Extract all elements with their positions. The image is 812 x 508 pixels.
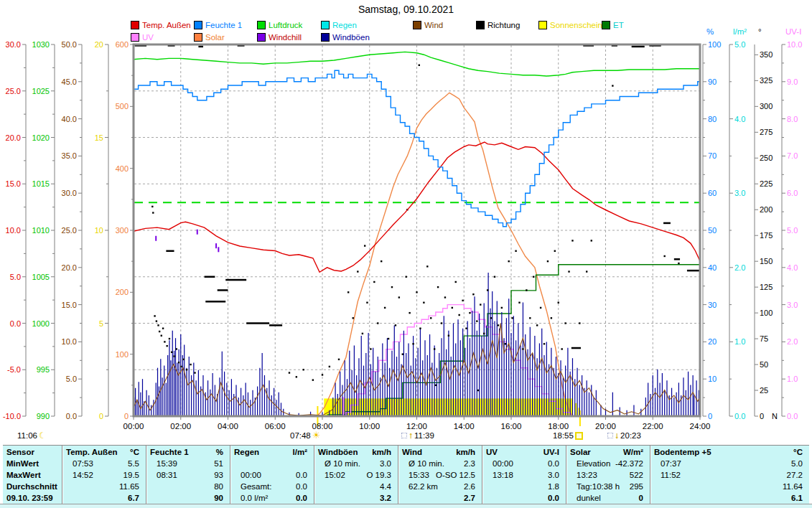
table-cell: 11:5227.2 xyxy=(650,469,809,481)
svg-text:1030: 1030 xyxy=(32,40,50,49)
cell-value: 3.0 xyxy=(548,471,559,479)
cell-label: 15:33 xyxy=(402,471,429,479)
svg-text:2.0: 2.0 xyxy=(734,263,745,272)
svg-text:2.0: 2.0 xyxy=(787,337,798,346)
cell-value: 11.65 xyxy=(119,482,139,491)
svg-text:50.0: 50.0 xyxy=(62,40,77,49)
table-cell: 13:23522 xyxy=(566,469,650,481)
table-cell: 00:000.0 xyxy=(482,458,566,469)
table-column-header: Regenl/m² xyxy=(230,446,314,458)
svg-text:325: 325 xyxy=(760,76,773,85)
svg-text:990: 990 xyxy=(37,412,50,420)
svg-text:5.0: 5.0 xyxy=(734,40,745,49)
table-cell: 14:5219.5 xyxy=(62,469,146,481)
table-column-header: SolarW/m² xyxy=(566,446,650,458)
svg-text:6.0: 6.0 xyxy=(787,189,798,197)
cell-value: 51 xyxy=(214,459,223,468)
cell-value: 27.2 xyxy=(787,471,803,479)
table-column-solar: SolarW/m²Elevation-42.37213:23522Tag:10:… xyxy=(566,446,650,504)
table-cell: 07:535.5 xyxy=(62,458,146,469)
table-cell: Gesamt:0.0 xyxy=(230,481,314,492)
table-row-label: MaxWert xyxy=(3,469,64,481)
cell-label: 07:37 xyxy=(654,459,681,468)
svg-text:75: 75 xyxy=(760,334,768,343)
svg-text:1.0: 1.0 xyxy=(734,337,745,346)
svg-text:9.0: 9.0 xyxy=(787,77,798,86)
table-cell: 80 xyxy=(146,481,230,492)
column-unit: % xyxy=(216,448,223,456)
column-name: Wind xyxy=(402,448,422,456)
cell-value: 19.5 xyxy=(123,471,139,479)
table-cell: Tag:10:38 h295 xyxy=(566,481,650,492)
svg-text:04:00: 04:00 xyxy=(218,422,238,431)
column-unit: km/h xyxy=(456,448,475,456)
cell-value: 2.7 xyxy=(464,494,475,502)
svg-text:100: 100 xyxy=(708,40,721,49)
cell-label: 08:31 xyxy=(150,471,177,479)
svg-text:5.0: 5.0 xyxy=(66,375,77,383)
cell-value: 522 xyxy=(630,471,643,479)
cell-value: 4.4 xyxy=(380,482,391,491)
svg-text:15.0: 15.0 xyxy=(62,301,77,309)
cell-value: 0.0 xyxy=(296,471,307,479)
table-cell: 15:33O-SO 12.5 xyxy=(398,469,482,481)
cell-label: 62.2 km xyxy=(402,482,438,491)
cell-value: 80 xyxy=(214,482,223,491)
cell-label: Tag:10:38 h xyxy=(570,482,620,491)
svg-text:1.0: 1.0 xyxy=(787,375,798,383)
cell-value: 0.0 xyxy=(296,494,307,502)
svg-text:500: 500 xyxy=(116,102,129,110)
table-column-uv: UVUV-I00:000.013:183.01.80.0 xyxy=(482,446,566,504)
svg-text:60: 60 xyxy=(708,189,717,197)
bottom-strip xyxy=(0,504,812,508)
table-column-regen: Regenl/m²00:000.0Gesamt:0.00.0 l/m²0.0 xyxy=(230,446,314,504)
svg-text:24:00: 24:00 xyxy=(690,422,711,431)
table-row-label: Durchschnitt xyxy=(3,481,64,492)
series-richtung-segmente xyxy=(135,45,700,348)
svg-text:4.0: 4.0 xyxy=(734,115,745,123)
svg-text:5.0: 5.0 xyxy=(10,273,21,281)
cell-value: 0.0 xyxy=(296,482,307,491)
svg-text:14:00: 14:00 xyxy=(454,422,475,431)
cell-value: 0 xyxy=(639,494,643,502)
column-name: Bodentemp +5 xyxy=(654,448,711,456)
table-column-header: Temp. Außen°C xyxy=(62,446,146,458)
table-cell: 62.2 km2.6 xyxy=(398,481,482,492)
table-cell xyxy=(230,458,314,469)
cell-value: -42.372 xyxy=(615,459,643,468)
svg-text:00:00: 00:00 xyxy=(123,422,144,431)
table-cell: dunkel0 xyxy=(566,492,650,504)
column-name: Temp. Außen xyxy=(66,448,118,456)
cell-value: 295 xyxy=(630,482,643,491)
svg-text:40: 40 xyxy=(708,263,717,272)
svg-text:10:00: 10:00 xyxy=(359,422,380,431)
weather-app-window: { "title": "Samstag, 09.10.2021", "legen… xyxy=(0,0,812,508)
column-unit: km/h xyxy=(372,448,391,456)
svg-text:20.0: 20.0 xyxy=(62,263,77,272)
svg-text:1000: 1000 xyxy=(32,319,50,328)
svg-text:22:00: 22:00 xyxy=(643,422,663,431)
cell-value: 6.7 xyxy=(128,494,139,502)
svg-text:4.0: 4.0 xyxy=(787,263,798,272)
cell-label: Elevation xyxy=(570,459,610,468)
table-column-windb-en: Windböenkm/hØ 10 min.3.015:02O 19.34.43.… xyxy=(314,446,398,504)
svg-text:20.0: 20.0 xyxy=(6,133,21,142)
svg-text:300: 300 xyxy=(760,102,773,110)
svg-text:20: 20 xyxy=(708,337,717,346)
svg-text:5.0: 5.0 xyxy=(787,226,798,235)
series-richtung xyxy=(151,65,680,392)
svg-text:175: 175 xyxy=(760,231,773,240)
table-cell: Ø 10 min.2.3 xyxy=(398,458,482,469)
table-cell: 11.65 xyxy=(62,481,146,492)
column-name: Windböen xyxy=(318,448,358,456)
svg-text:300: 300 xyxy=(116,226,129,235)
table-column-header: Windkm/h xyxy=(398,446,482,458)
svg-text:30.0: 30.0 xyxy=(6,40,21,49)
svg-text:225: 225 xyxy=(760,179,773,188)
table-cell: 3.2 xyxy=(314,492,398,504)
svg-text:20: 20 xyxy=(95,40,103,49)
svg-text:-5.0: -5.0 xyxy=(7,365,21,374)
table-column-sensor: SensorMinWertMaxWertDurchschnitt09.10. 2… xyxy=(3,446,62,504)
svg-text:3.0: 3.0 xyxy=(787,301,798,309)
cell-value: 0.0 xyxy=(548,459,559,468)
